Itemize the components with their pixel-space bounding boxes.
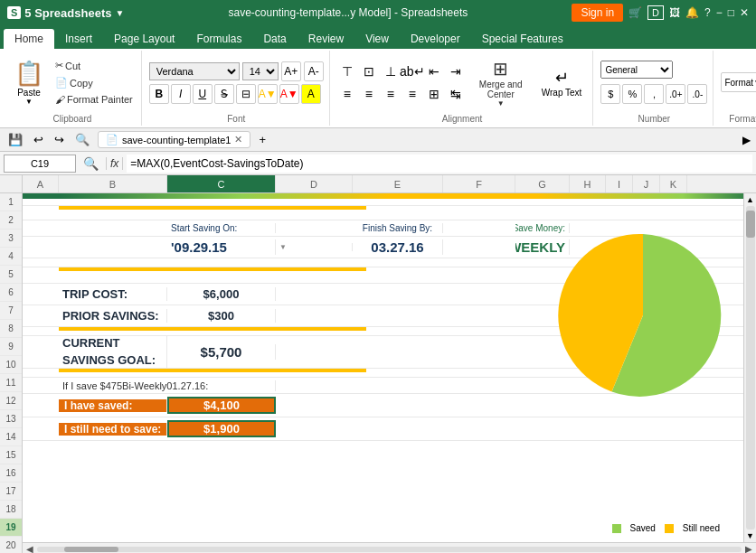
cell-B19[interactable]: I still need to save: <box>59 423 167 436</box>
comma-button[interactable]: , <box>644 84 664 104</box>
border-button[interactable]: ⊟ <box>236 84 256 104</box>
currency-button[interactable]: $ <box>600 84 620 104</box>
scroll-up-arrow[interactable]: ▲ <box>746 195 754 204</box>
align-top-button[interactable]: ⊤ <box>337 61 357 81</box>
increase-font-button[interactable]: A+ <box>281 61 301 81</box>
align-middle-button[interactable]: ⊡ <box>359 61 379 81</box>
close-tab-button[interactable]: ✕ <box>234 134 242 145</box>
col-header-C[interactable]: C <box>167 175 276 192</box>
scroll-right-arrow[interactable]: ▶ <box>745 544 752 553</box>
font-size-select[interactable]: 14 <box>242 62 279 80</box>
scroll-track-h[interactable] <box>37 547 742 552</box>
underline-button[interactable]: U <box>193 84 213 104</box>
col-header-D[interactable]: D <box>276 175 353 192</box>
tab-special[interactable]: Special Features <box>471 29 574 49</box>
cell-B18[interactable]: I have saved: <box>59 399 167 412</box>
col-header-J[interactable]: J <box>633 175 660 192</box>
undo-button[interactable]: ↩ <box>31 132 46 147</box>
scroll-track-v[interactable] <box>746 206 755 530</box>
text-direction-button[interactable]: ab↵ <box>402 61 422 81</box>
tab-formulas[interactable]: Formulas <box>185 29 252 49</box>
align-center-button[interactable]: ≡ <box>359 84 379 104</box>
rtl-button[interactable]: ↹ <box>446 84 466 104</box>
redo-button[interactable]: ↪ <box>52 132 67 147</box>
col-header-F[interactable]: F <box>443 175 515 192</box>
paste-button[interactable]: 📋 Paste ▼ <box>9 58 49 108</box>
font-family-select[interactable]: Verdana <box>149 62 240 80</box>
cell-C14[interactable]: $5,700 <box>167 344 276 360</box>
bell-icon[interactable]: 🔔 <box>685 6 699 19</box>
cell-C11[interactable]: $300 <box>167 309 276 323</box>
dropdown-arrow[interactable]: ▼ <box>115 8 124 18</box>
d-icon[interactable]: D <box>647 5 664 20</box>
tab-page-layout[interactable]: Page Layout <box>103 29 185 49</box>
scroll-thumb-h[interactable] <box>64 547 118 552</box>
scroll-left-arrow[interactable]: ◀ <box>26 544 33 553</box>
vertical-scrollbar[interactable]: ▲ ▼ <box>743 193 756 542</box>
merge-and-center-button[interactable]: ⊞ Merge and Center ▼ <box>469 54 533 111</box>
maximize-icon[interactable]: □ <box>728 6 734 19</box>
right-arrow-icon[interactable]: ▶ <box>742 134 751 146</box>
tab-review[interactable]: Review <box>298 29 354 49</box>
indent-dec-button[interactable]: ⇤ <box>424 61 444 81</box>
tab-view[interactable]: View <box>354 29 400 49</box>
highlight-button[interactable]: A <box>301 84 321 104</box>
font-color-button[interactable]: A▼ <box>279 84 299 104</box>
decrease-decimal-button[interactable]: .0- <box>687 84 707 104</box>
tab-data[interactable]: Data <box>252 29 297 49</box>
minimize-icon[interactable]: − <box>716 6 723 19</box>
fill-color-button[interactable]: A▼ <box>258 84 278 104</box>
scroll-down-arrow[interactable]: ▼ <box>746 531 754 540</box>
cell-B11[interactable]: PRIOR SAVINGS: <box>59 309 167 323</box>
formula-search-icon[interactable]: 🔍 <box>80 156 102 171</box>
indent-inc-button[interactable]: ⇥ <box>446 61 466 81</box>
strikethrough-button[interactable]: S̶ <box>214 84 234 104</box>
col-header-K[interactable]: K <box>660 175 687 192</box>
add-tab-button[interactable]: + <box>256 132 269 147</box>
align-right-button[interactable]: ≡ <box>381 84 401 104</box>
italic-button[interactable]: I <box>171 84 191 104</box>
cond-format-button[interactable]: Format▼ <box>721 72 756 92</box>
cart-icon[interactable]: 🛒 <box>628 6 642 19</box>
tab-developer[interactable]: Developer <box>400 29 471 49</box>
tab-home[interactable]: Home <box>4 29 54 49</box>
align-left-button[interactable]: ≡ <box>337 84 357 104</box>
col-header-B[interactable]: B <box>59 175 167 192</box>
help-icon[interactable]: ? <box>704 6 711 19</box>
col-header-I[interactable]: I <box>606 175 633 192</box>
cut-button[interactable]: ✂ Cut <box>52 58 136 73</box>
format-painter-button[interactable]: 🖌 Format Painter <box>52 92 136 107</box>
cell-C5[interactable]: Start Saving On: <box>167 223 276 233</box>
cell-E6[interactable]: 03.27.16 <box>353 239 443 255</box>
cell-reference-input[interactable] <box>4 155 76 173</box>
cell-B17[interactable]: If I save $475Bi-Weekly01.27.16: <box>59 380 276 391</box>
tab-insert[interactable]: Insert <box>54 29 103 49</box>
paste-arrow[interactable]: ▼ <box>25 98 33 106</box>
merge-small-button[interactable]: ⊞ <box>424 84 444 104</box>
scroll-thumb-v[interactable] <box>746 211 755 238</box>
copy-button[interactable]: 📄 Copy <box>52 75 136 90</box>
close-icon[interactable]: ✕ <box>740 6 749 19</box>
sign-in-button[interactable]: Sign in <box>572 4 623 22</box>
align-bottom-button[interactable]: ⊥ <box>381 61 401 81</box>
save-quick-button[interactable]: 💾 <box>5 132 25 147</box>
horizontal-scrollbar[interactable]: ◀ ▶ <box>23 542 756 553</box>
merge-dropdown-arrow[interactable]: ▼ <box>497 99 505 108</box>
col-header-E[interactable]: E <box>353 175 443 192</box>
wrap-text-button[interactable]: ↵ Wrap Text <box>536 64 588 101</box>
cell-E5[interactable]: Finish Saving By: <box>353 223 443 233</box>
formula-input[interactable] <box>127 155 752 173</box>
increase-decimal-button[interactable]: .0+ <box>666 84 685 104</box>
cell-C10[interactable]: $6,000 <box>167 287 276 301</box>
percent-button[interactable]: % <box>622 84 642 104</box>
cell-B14[interactable]: CURRENT SAVINGS GOAL: <box>59 335 167 368</box>
col-header-H[interactable]: H <box>570 175 606 192</box>
img-icon[interactable]: 🖼 <box>669 6 680 19</box>
cell-D6[interactable]: ▼ <box>276 243 353 251</box>
col-header-G[interactable]: G <box>515 175 570 192</box>
cell-C18[interactable]: $4,100 <box>167 397 276 414</box>
col-header-A[interactable]: A <box>23 175 59 192</box>
decrease-font-button[interactable]: A- <box>304 61 324 81</box>
cell-B10[interactable]: TRIP COST: <box>59 287 167 301</box>
cell-C19[interactable]: $1,900 <box>167 420 276 437</box>
